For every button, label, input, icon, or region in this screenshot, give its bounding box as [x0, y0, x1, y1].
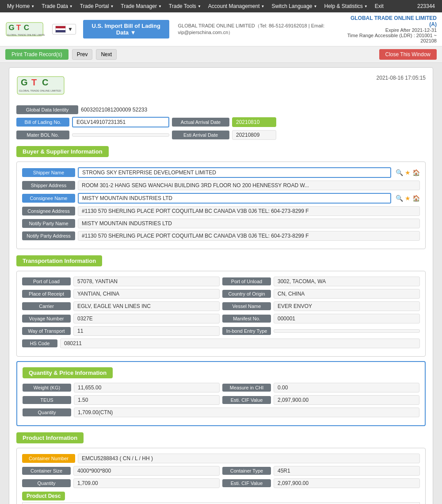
svg-text:C: C: [42, 77, 48, 87]
database-selector[interactable]: U.S. Import Bill of Lading Data ▼: [83, 20, 169, 38]
product-title: Product Information: [16, 432, 84, 443]
consignee-address-label: Consignee Address: [22, 207, 75, 215]
ports-row: Port of Load 57078, YANTIAN Port of Unlo…: [22, 277, 420, 286]
next-button[interactable]: Next: [96, 49, 117, 60]
product-section: Container Number EMCU5288843 ( CN / L / …: [16, 448, 426, 504]
flag-chevron-icon: ▼: [68, 26, 73, 32]
main-content: G T C GLOBAL TRADE ONLINE LIMITED 2021-0…: [0, 63, 442, 504]
nav-trade-portal[interactable]: Trade Portal ▼: [76, 3, 118, 9]
product-quantity-value: 1,709.00: [73, 478, 220, 488]
product-esti-cif-value: 2,097,900.00: [274, 478, 420, 488]
close-window-button[interactable]: Close This Window: [379, 49, 437, 60]
star-icon[interactable]: ★: [405, 195, 411, 202]
measure-label: Measure in CHI: [222, 384, 271, 392]
product-quantity-label: Quantity: [22, 479, 71, 487]
bol-label: Bill of Lading No.: [16, 118, 69, 127]
hs-code-label: HS Code: [22, 339, 57, 347]
actual-arrival-label: Actual Arrival Date: [172, 118, 229, 127]
prev-button[interactable]: Prev: [72, 49, 93, 60]
nav-exit[interactable]: Exit: [371, 3, 387, 9]
svg-text:GLOBAL TRADE ONLINE LIMITED: GLOBAL TRADE ONLINE LIMITED: [7, 34, 45, 36]
svg-text:GLOBAL TRADE ONLINE LIMITED: GLOBAL TRADE ONLINE LIMITED: [19, 89, 61, 92]
in-bond-value: [274, 329, 420, 333]
chevron-icon: ▼: [198, 4, 201, 8]
chevron-icon: ▼: [261, 4, 265, 8]
measure-value: 0.00: [274, 383, 419, 392]
chevron-icon: ▼: [364, 4, 368, 8]
shipper-name-value: STRONG SKY ENTERPRISE DEVELOPMENT LIMITE…: [78, 167, 391, 178]
star-icon[interactable]: ★: [405, 169, 411, 176]
shipper-name-label: Shipper Name: [22, 168, 75, 177]
way-of-transport-label: Way of Transport: [22, 327, 71, 335]
nav-trade-tools[interactable]: Trade Tools ▼: [165, 3, 205, 9]
esti-arrival-value: 20210809: [232, 130, 276, 140]
nav-trade-data[interactable]: Trade Data ▼: [38, 3, 76, 9]
record-card: G T C GLOBAL TRADE ONLINE LIMITED 2021-0…: [9, 67, 433, 504]
nav-trade-manager[interactable]: Trade Manager ▼: [117, 3, 165, 9]
svg-text:G: G: [9, 23, 15, 32]
container-number-value: EMCU5288843 ( CN / L / HH ): [78, 454, 420, 463]
company-logo: G T C GLOBAL TRADE ONLINE LIMITED: [5, 18, 45, 40]
shipper-name-row: Shipper Name STRONG SKY ENTERPRISE DEVEL…: [22, 167, 420, 178]
quantity-row: Quantity 1,709.00(CTN): [23, 408, 419, 417]
receipt-origin-row: Place of Receipt YANTIAN, CHINA Country …: [22, 289, 420, 299]
record-header: G T C GLOBAL TRADE ONLINE LIMITED 2021-0…: [16, 75, 426, 99]
account-info: GLOBAL TRADE ONLINE LIMITED (A) Expire A…: [344, 15, 437, 43]
carrier-vessel-row: Carrier EGLV, EAGLE VAN LINES INC Vessel…: [22, 301, 420, 311]
place-of-receipt-label: Place of Receipt: [22, 290, 71, 298]
teus-cif-row: TEUS 1.50 Esti. CIF Value 2,097,900.00: [23, 395, 419, 405]
global-data-identity-row: Global Data Identity 60032021081200009 5…: [16, 105, 426, 114]
svg-text:C: C: [24, 23, 29, 32]
container-number-label: Container Number: [22, 454, 75, 463]
carrier-label: Carrier: [22, 302, 71, 310]
nav-switch-language[interactable]: Switch Language ▼: [268, 3, 320, 9]
notify-address-row: Notify Party Address #1130 570 SHERLING …: [22, 231, 420, 241]
notify-name-row: Notify Party Name MISTY MOUNTAIN INDUSTR…: [22, 219, 420, 228]
carrier-value: EGLV, EAGLE VAN LINES INC: [73, 301, 220, 311]
container-size-label: Container Size: [22, 467, 71, 475]
container-num-row: Container Number EMCU5288843 ( CN / L / …: [22, 454, 420, 463]
shipper-address-row: Shipper Address ROOM 301-2 HANG SENG WAN…: [22, 181, 420, 190]
global-data-identity-value: 60032021081200009 52233: [81, 107, 147, 113]
place-of-receipt-value: YANTIAN, CHINA: [73, 289, 220, 299]
voyage-manifest-row: Voyage Number 0327E Manifest No. 000001: [22, 314, 420, 323]
search-icon[interactable]: 🔍: [396, 169, 403, 176]
esti-cif-label: Esti. CIF Value: [222, 396, 271, 404]
flag-selector[interactable]: ▼: [52, 24, 76, 35]
transportation-section-header: Transportation Information: [16, 255, 426, 266]
teus-value: 1.50: [74, 395, 220, 405]
search-icon[interactable]: 🔍: [396, 195, 403, 202]
mater-bol-label: Mater BOL No.: [16, 131, 69, 139]
nav-help-statistics[interactable]: Help & Statistics ▼: [320, 3, 371, 9]
nav-account-management[interactable]: Account Management ▼: [205, 3, 268, 9]
notify-name-label: Notify Party Name: [22, 219, 75, 228]
container-type-label: Container Type: [222, 467, 271, 475]
country-of-origin-value: CN, CHINA: [274, 289, 420, 299]
port-of-unload-value: 3002, TACOMA, WA: [274, 277, 420, 286]
container-type-value: 45R1: [274, 466, 420, 476]
teus-label: TEUS: [23, 396, 71, 404]
product-desc-content: FRESH SHIITAKE MUSHROOM FRESH SHIITAKE M…: [22, 502, 420, 504]
print-record-button[interactable]: Print Trade Record(s): [5, 49, 69, 60]
chevron-icon: ▼: [158, 4, 162, 8]
shipper-address-value: ROOM 301-2 HANG SENG WANCHAI BUILDING 3R…: [78, 181, 420, 190]
consignee-name-icons: 🔍 ★ 🏠: [396, 195, 420, 202]
chevron-icon: ▼: [69, 4, 73, 8]
vessel-name-label: Vessel Name: [222, 302, 271, 310]
voyage-number-value: 0327E: [73, 314, 220, 323]
esti-cif-value: 2,097,900.00: [274, 395, 419, 405]
home-icon[interactable]: 🏠: [412, 195, 420, 202]
product-section-header: Product Information: [16, 432, 426, 443]
nav-my-home[interactable]: My Home ▼: [4, 3, 38, 9]
consignee-name-label: Consignee Name: [22, 194, 75, 203]
country-of-origin-label: Country of Origin: [222, 290, 271, 298]
svg-text:G: G: [21, 77, 28, 87]
mater-bol-row: Mater BOL No. Esti Arrival Date 20210809: [16, 130, 426, 140]
svg-text:T: T: [31, 77, 37, 87]
product-desc-title: Product Desc: [22, 492, 65, 500]
home-icon[interactable]: 🏠: [412, 169, 420, 176]
container-size-value: 4000*900*800: [73, 466, 220, 476]
hs-code-value: 080211: [60, 339, 420, 348]
port-of-load-label: Port of Load: [22, 277, 71, 285]
transportation-section: Port of Load 57078, YANTIAN Port of Unlo…: [16, 271, 426, 357]
